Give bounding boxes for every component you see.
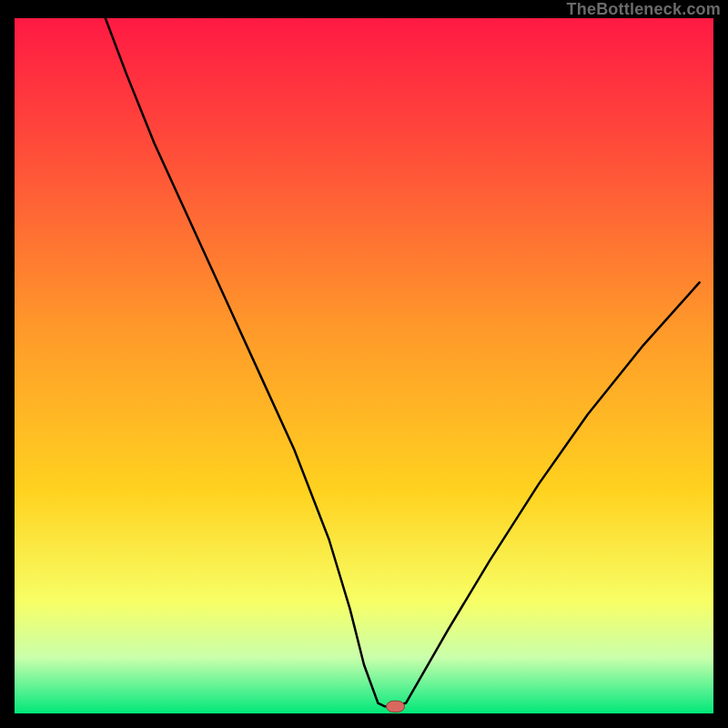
chart-frame (0, 18, 728, 728)
optimal-marker (387, 701, 405, 712)
heat-background (15, 18, 713, 713)
watermark-text: TheBottleneck.com (567, 0, 721, 18)
bottleneck-chart (15, 18, 713, 713)
